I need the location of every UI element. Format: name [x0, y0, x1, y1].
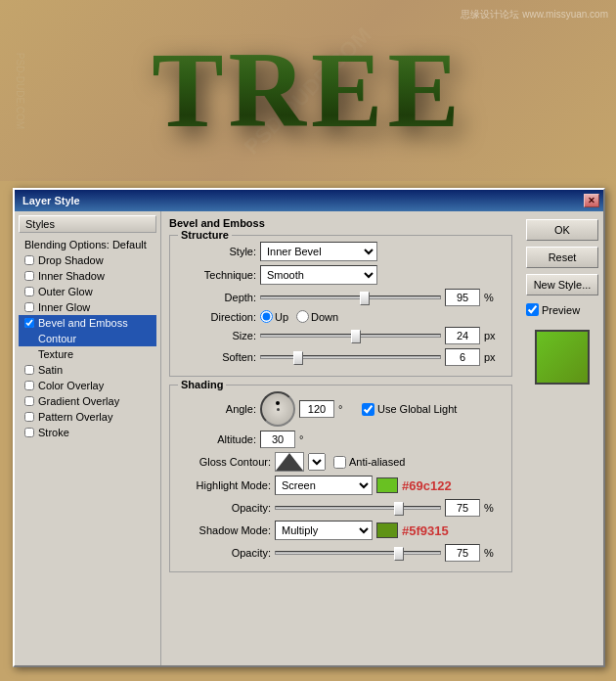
shadow-mode-row: Shadow Mode: Multiply #5f9315	[178, 521, 504, 540]
inner-glow-item[interactable]: Inner Glow	[19, 299, 156, 315]
preview-toggle[interactable]: Preview	[526, 303, 597, 316]
satin-item[interactable]: Satin	[19, 362, 156, 378]
preview-checkbox[interactable]	[526, 303, 539, 316]
stroke-checkbox[interactable]	[24, 428, 34, 437]
anti-aliased-checkbox[interactable]	[333, 456, 346, 469]
preview-label: Preview	[542, 304, 580, 316]
dialog-titlebar: Layer Style ✕	[15, 190, 603, 211]
style-select[interactable]: Inner Bevel	[260, 242, 377, 261]
shadow-color-swatch[interactable]	[376, 522, 398, 538]
preview-swatch	[535, 330, 590, 385]
preview-area: 思缘设计论坛 www.missyuan.com PSD-DUDE.COM TRE…	[0, 0, 616, 181]
altitude-unit: °	[299, 433, 319, 445]
main-content: Bevel and Emboss Structure Style: Inner …	[161, 211, 520, 665]
dialog-title: Layer Style	[22, 195, 80, 206]
drop-shadow-item[interactable]: Drop Shadow	[19, 252, 156, 268]
bevel-emboss-item[interactable]: Bevel and Emboss	[19, 315, 156, 331]
gradient-overlay-checkbox[interactable]	[24, 396, 34, 406]
gradient-overlay-item[interactable]: Gradient Overlay	[19, 393, 156, 409]
highlight-color-swatch[interactable]	[376, 477, 398, 493]
watermark-top: 思缘设计论坛 www.missyuan.com	[461, 8, 608, 22]
styles-header[interactable]: Styles	[19, 215, 156, 233]
contour-preview[interactable]	[275, 452, 304, 472]
color-overlay-checkbox[interactable]	[24, 381, 34, 390]
outer-glow-item[interactable]: Outer Glow	[19, 284, 156, 299]
left-panel: Styles Blending Options: Default Drop Sh…	[15, 211, 161, 665]
pattern-overlay-item[interactable]: Pattern Overlay	[19, 409, 156, 425]
style-label: Style:	[178, 246, 256, 257]
soften-slider[interactable]	[260, 355, 441, 359]
direction-down-radio[interactable]	[296, 310, 309, 323]
shading-group: Shading Angle: ° Use Global Light	[169, 385, 512, 572]
angle-input[interactable]	[299, 400, 334, 418]
inner-shadow-checkbox[interactable]	[24, 271, 34, 281]
shadow-hex-label: #5f9315	[402, 523, 449, 538]
soften-row: Soften: px	[178, 348, 504, 366]
use-global-light-checkbox[interactable]	[362, 403, 374, 416]
inner-glow-checkbox[interactable]	[24, 302, 34, 312]
outer-glow-checkbox[interactable]	[24, 287, 34, 296]
size-unit: px	[484, 330, 504, 341]
altitude-input[interactable]	[260, 431, 295, 448]
direction-up[interactable]: Up	[260, 310, 288, 323]
shadow-opacity-slider[interactable]	[275, 551, 441, 555]
altitude-row: Altitude: °	[178, 431, 504, 448]
drop-shadow-checkbox[interactable]	[24, 255, 34, 265]
direction-radio-group: Up Down	[260, 310, 338, 323]
technique-label: Technique:	[178, 269, 256, 281]
blending-options-item[interactable]: Blending Options: Default	[19, 237, 156, 252]
depth-unit: %	[484, 292, 504, 303]
shadow-opacity-thumb[interactable]	[394, 547, 404, 561]
color-overlay-item[interactable]: Color Overlay	[19, 378, 156, 393]
bevel-emboss-checkbox[interactable]	[24, 318, 34, 328]
depth-slider[interactable]	[260, 295, 441, 299]
direction-up-radio[interactable]	[260, 310, 273, 323]
pattern-overlay-checkbox[interactable]	[24, 412, 34, 422]
satin-checkbox[interactable]	[24, 365, 34, 375]
size-slider[interactable]	[260, 334, 441, 338]
depth-input[interactable]	[445, 289, 480, 306]
angle-dial[interactable]	[260, 391, 295, 427]
technique-select[interactable]: Smooth	[260, 265, 377, 285]
direction-down[interactable]: Down	[296, 310, 338, 323]
soften-thumb[interactable]	[293, 351, 303, 365]
highlight-opacity-input[interactable]	[445, 499, 480, 517]
soften-label: Soften:	[178, 351, 256, 363]
altitude-label: Altitude:	[178, 433, 256, 445]
direction-label: Direction:	[178, 311, 256, 323]
reset-button[interactable]: Reset	[526, 247, 598, 268]
shadow-mode-label: Shadow Mode:	[178, 524, 271, 536]
size-label: Size:	[178, 330, 256, 341]
new-style-button[interactable]: New Style...	[526, 274, 598, 295]
use-global-light-item[interactable]: Use Global Light	[362, 403, 457, 416]
close-button[interactable]: ✕	[584, 194, 599, 207]
texture-item[interactable]: Texture	[19, 346, 156, 362]
highlight-opacity-thumb[interactable]	[394, 502, 404, 516]
inner-shadow-item[interactable]: Inner Shadow	[19, 268, 156, 284]
highlight-opacity-slider[interactable]	[275, 506, 441, 510]
size-input[interactable]	[445, 327, 480, 344]
stroke-item[interactable]: Stroke	[19, 425, 156, 440]
contour-dropdown[interactable]: ▼	[308, 453, 326, 471]
highlight-opacity-row: Opacity: %	[178, 499, 504, 517]
technique-row: Technique: Smooth	[178, 265, 504, 285]
contour-item[interactable]: Contour	[19, 331, 156, 346]
button-panel: OK Reset New Style... Preview	[520, 211, 603, 665]
layer-style-dialog: Layer Style ✕ Styles Blending Options: D…	[13, 188, 605, 667]
depth-row: Depth: %	[178, 289, 504, 306]
ok-button[interactable]: OK	[526, 219, 598, 241]
structure-group: Structure Style: Inner Bevel Technique: …	[169, 235, 512, 377]
anti-aliased-item[interactable]: Anti-aliased	[333, 456, 405, 469]
depth-thumb[interactable]	[360, 292, 370, 305]
size-row: Size: px	[178, 327, 504, 344]
soften-input[interactable]	[445, 348, 480, 366]
shadow-opacity-input[interactable]	[445, 544, 480, 562]
use-global-light-label: Use Global Light	[377, 403, 457, 415]
dial-indicator	[276, 401, 280, 405]
highlight-mode-select[interactable]: Screen	[275, 476, 373, 495]
dialog-body: Styles Blending Options: Default Drop Sh…	[15, 211, 603, 665]
size-thumb[interactable]	[351, 330, 361, 343]
shadow-mode-select[interactable]: Multiply	[275, 521, 373, 540]
angle-unit: °	[338, 403, 358, 415]
soften-unit: px	[484, 351, 504, 363]
